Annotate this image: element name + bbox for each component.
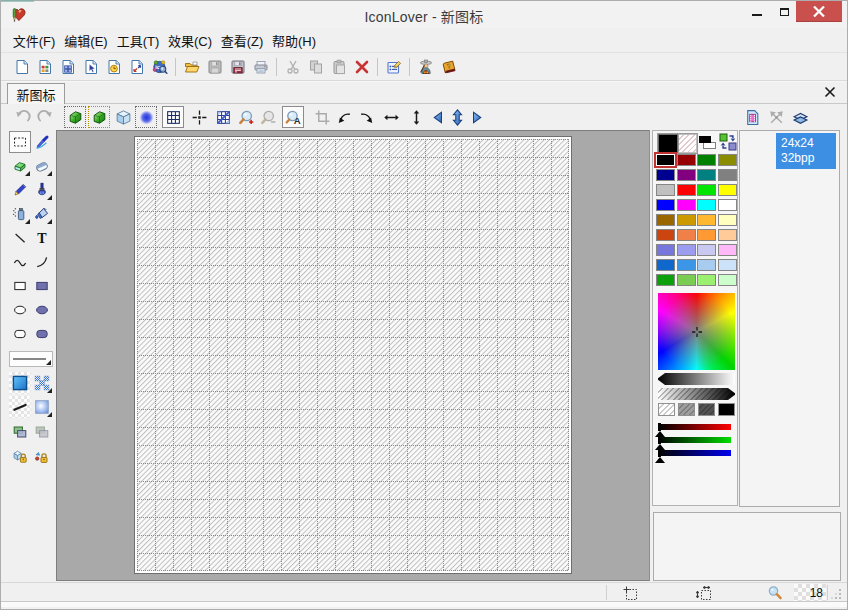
text-tool[interactable]: T xyxy=(31,227,53,249)
tab-new-icon[interactable]: 新图标 xyxy=(7,83,65,104)
palette-swatch[interactable] xyxy=(656,169,675,181)
blue-slider[interactable] xyxy=(659,450,731,456)
close-button[interactable] xyxy=(796,1,842,22)
select-tool[interactable] xyxy=(9,131,31,153)
lock-3d-tool[interactable] xyxy=(9,445,31,467)
palette-swatch[interactable] xyxy=(677,274,696,286)
palette-swatch[interactable] xyxy=(697,244,716,256)
delete-image-format-button[interactable] xyxy=(765,106,787,128)
zoom-actual-button[interactable]: A xyxy=(282,106,304,128)
lock-colors-tool[interactable] xyxy=(31,445,53,467)
menu-item-view[interactable]: 查看(Z) xyxy=(216,28,268,53)
gradient-tool[interactable] xyxy=(31,396,53,418)
delete-button[interactable] xyxy=(350,56,373,78)
palette-swatch[interactable] xyxy=(656,229,675,241)
swap-colors-button[interactable] xyxy=(719,133,737,151)
palette-swatch[interactable] xyxy=(677,199,696,211)
fill-tool[interactable] xyxy=(31,203,53,225)
palette-swatch[interactable] xyxy=(656,274,675,286)
color-spectrum[interactable] xyxy=(658,293,735,370)
line-style-tool[interactable] xyxy=(9,396,31,418)
palette-swatch[interactable] xyxy=(677,259,696,271)
new-small-cursor-button[interactable] xyxy=(125,56,148,78)
palette-swatch[interactable] xyxy=(677,154,696,166)
arc-tool[interactable] xyxy=(31,251,53,273)
palette-swatch[interactable] xyxy=(697,274,716,286)
draft-mode-button[interactable] xyxy=(64,106,86,128)
rotate-right-button[interactable] xyxy=(355,106,377,128)
curve-tool[interactable] xyxy=(9,251,31,273)
filled-ellipse-tool[interactable] xyxy=(31,299,53,321)
filled-rectangle-tool[interactable] xyxy=(31,275,53,297)
zoom-out-button[interactable] xyxy=(257,106,279,128)
alpha-preset-swatch[interactable] xyxy=(698,403,715,416)
new-icon-button[interactable] xyxy=(10,56,33,78)
tab-close-button[interactable] xyxy=(822,84,838,100)
palette-swatch[interactable] xyxy=(718,229,737,241)
luminance-slider[interactable] xyxy=(658,373,735,385)
cut-button[interactable] xyxy=(281,56,304,78)
color-picker-tool[interactable] xyxy=(31,131,53,153)
icq-search-button[interactable]: icq xyxy=(148,56,171,78)
palette-swatch[interactable] xyxy=(718,214,737,226)
properties-button[interactable] xyxy=(382,56,405,78)
rounded-rectangle-tool[interactable] xyxy=(9,323,31,345)
palette-swatch[interactable] xyxy=(718,199,737,211)
menu-item-file[interactable]: 文件(F) xyxy=(8,28,60,53)
spray-tool[interactable] xyxy=(9,203,31,225)
rectangle-tool[interactable] xyxy=(9,275,31,297)
current-color-swatch[interactable] xyxy=(658,134,678,153)
save-button[interactable] xyxy=(203,56,226,78)
eraser-tool[interactable] xyxy=(31,155,53,177)
palette-swatch[interactable] xyxy=(697,184,716,196)
new-icon-from-image-button[interactable] xyxy=(33,56,56,78)
maximize-button[interactable] xyxy=(772,1,796,28)
new-cursor-button[interactable] xyxy=(79,56,102,78)
paste-mode-alt-tool[interactable] xyxy=(31,421,53,443)
palette-swatch[interactable] xyxy=(718,169,737,181)
palette-swatch[interactable] xyxy=(677,214,696,226)
palette-swatch[interactable] xyxy=(677,169,696,181)
preview-mode-button[interactable] xyxy=(88,106,110,128)
undo-button[interactable] xyxy=(11,106,33,128)
paste-mode-tool[interactable] xyxy=(9,421,31,443)
image-formats-button[interactable] xyxy=(789,106,811,128)
crop-button[interactable] xyxy=(311,106,333,128)
palette-swatch[interactable] xyxy=(697,154,716,166)
blue-slider-thumb[interactable] xyxy=(658,449,661,457)
menu-item-edit[interactable]: 编辑(E) xyxy=(60,28,112,53)
show-grid-button[interactable] xyxy=(162,106,184,128)
drawing-canvas[interactable] xyxy=(134,136,572,574)
minimize-button[interactable] xyxy=(742,1,772,28)
dither-pattern-tool[interactable] xyxy=(31,372,53,394)
ellipse-tool[interactable] xyxy=(9,299,31,321)
palette-swatch[interactable] xyxy=(718,184,737,196)
menu-item-help[interactable]: 帮助(H) xyxy=(268,28,320,53)
palette-swatch[interactable] xyxy=(718,244,737,256)
palette-swatch[interactable] xyxy=(656,199,675,211)
palette-swatch[interactable] xyxy=(656,214,675,226)
alpha-slider[interactable] xyxy=(658,388,735,400)
paste-button[interactable] xyxy=(327,56,350,78)
palette-swatch[interactable] xyxy=(677,229,696,241)
redo-button[interactable] xyxy=(34,106,56,128)
hot-spot-button[interactable] xyxy=(188,106,210,128)
palette-swatch[interactable] xyxy=(677,184,696,196)
shift-right-button[interactable] xyxy=(465,106,487,128)
resize-grip[interactable] xyxy=(830,588,842,600)
filled-rounded-rectangle-tool[interactable] xyxy=(31,323,53,345)
palette-swatch[interactable] xyxy=(656,184,675,196)
flip-vertical-button[interactable] xyxy=(405,106,427,128)
palette-swatch[interactable] xyxy=(656,259,675,271)
alpha-preset-swatch[interactable] xyxy=(678,403,695,416)
zoom-in-button[interactable] xyxy=(235,106,257,128)
palette-swatch[interactable] xyxy=(718,154,737,166)
smooth-button[interactable] xyxy=(135,106,157,128)
palette-swatch[interactable] xyxy=(697,229,716,241)
transparent-color-swatch[interactable] xyxy=(678,134,697,153)
print-button[interactable] xyxy=(249,56,272,78)
green-slider[interactable] xyxy=(659,437,731,443)
save-all-button[interactable] xyxy=(226,56,249,78)
palette-swatch[interactable] xyxy=(697,169,716,181)
eraser-3d-tool[interactable] xyxy=(9,155,31,177)
